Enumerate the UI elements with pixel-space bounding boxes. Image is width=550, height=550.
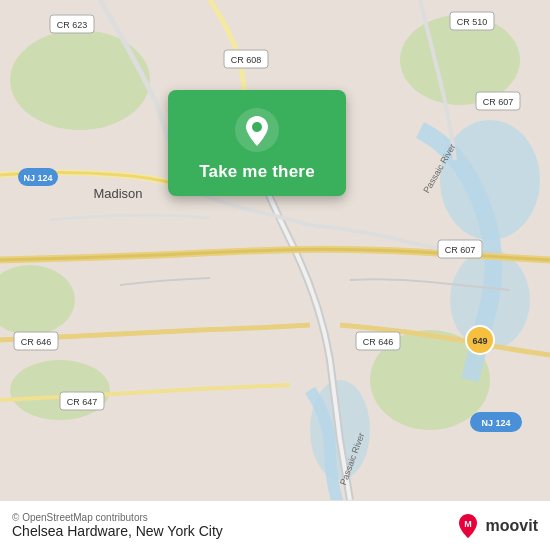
take-me-there-label: Take me there: [199, 162, 315, 182]
svg-text:CR 607: CR 607: [445, 245, 476, 255]
svg-text:Madison: Madison: [93, 186, 142, 201]
svg-text:CR 646: CR 646: [363, 337, 394, 347]
svg-text:649: 649: [472, 336, 487, 346]
svg-text:CR 646: CR 646: [21, 337, 52, 347]
svg-point-35: [252, 122, 262, 132]
map-container: CR 623 CR 510 NJ 124 CR 608 CR 607 CR 60…: [0, 0, 550, 500]
moovit-brand-icon: M: [454, 512, 482, 540]
location-name: Chelsea Hardware, New York City: [12, 523, 223, 539]
svg-text:NJ 124: NJ 124: [481, 418, 510, 428]
take-me-there-button[interactable]: Take me there: [168, 90, 346, 196]
svg-point-1: [10, 30, 150, 130]
moovit-logo: M moovit: [454, 512, 538, 540]
bottom-bar: © OpenStreetMap contributors Chelsea Har…: [0, 500, 550, 550]
svg-text:CR 510: CR 510: [457, 17, 488, 27]
map-svg: CR 623 CR 510 NJ 124 CR 608 CR 607 CR 60…: [0, 0, 550, 500]
svg-text:CR 647: CR 647: [67, 397, 98, 407]
svg-text:NJ 124: NJ 124: [23, 173, 52, 183]
bottom-left-info: © OpenStreetMap contributors Chelsea Har…: [12, 512, 223, 539]
svg-text:M: M: [464, 519, 472, 529]
attribution-text: © OpenStreetMap contributors: [12, 512, 223, 523]
svg-text:CR 607: CR 607: [483, 97, 514, 107]
svg-point-5: [10, 360, 110, 420]
moovit-brand-text: moovit: [486, 517, 538, 535]
svg-text:CR 608: CR 608: [231, 55, 262, 65]
location-pin-icon: [235, 108, 279, 152]
svg-text:CR 623: CR 623: [57, 20, 88, 30]
